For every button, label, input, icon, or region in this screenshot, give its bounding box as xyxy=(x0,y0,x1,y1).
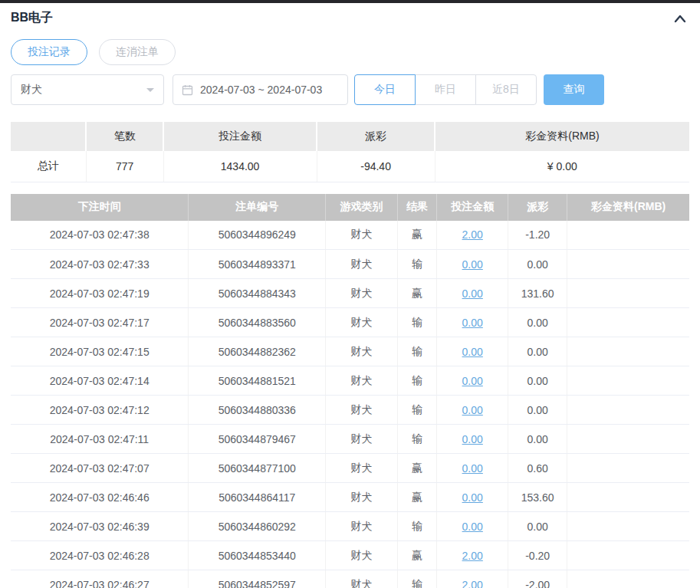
bet-amount-link[interactable]: 0.00 xyxy=(462,462,483,475)
bet-time-cell: 2024-07-03 02:47:12 xyxy=(11,396,189,425)
order-no-cell: 5060344896249 xyxy=(189,221,326,250)
bet-time-cell: 2024-07-03 02:47:17 xyxy=(11,308,189,337)
page-title: BB电子 xyxy=(11,10,53,26)
payout-cell: -1.20 xyxy=(508,221,567,250)
payout-cell: 0.00 xyxy=(508,366,567,396)
bet-amount-link[interactable]: 2.00 xyxy=(462,550,483,562)
table-row: 2024-07-03 02:47:145060344881521财犬输0.000… xyxy=(11,366,689,396)
bonus-cell xyxy=(567,512,689,541)
date-range-value: 2024-07-03 ~ 2024-07-03 xyxy=(200,84,322,96)
summary-header-bonus: 彩金资料(RMB) xyxy=(435,122,689,151)
calendar-icon xyxy=(182,84,193,96)
bet-time-cell: 2024-07-03 02:46:28 xyxy=(11,541,189,570)
result-cell: 输 xyxy=(397,512,436,541)
game-type-cell: 财犬 xyxy=(326,454,398,483)
bet-amount-link[interactable]: 0.00 xyxy=(462,375,483,387)
order-no-cell: 5060344880336 xyxy=(189,396,326,425)
bet-table: 下注时间 注单编号 游戏类别 结果 投注金额 派彩 彩金资料(RMB) 2024… xyxy=(11,194,689,588)
result-cell: 输 xyxy=(397,570,436,588)
bet-amount-link[interactable]: 2.00 xyxy=(462,579,483,588)
table-row: 2024-07-03 02:47:125060344880336财犬输0.000… xyxy=(11,396,689,425)
payout-cell: -0.20 xyxy=(508,541,567,570)
tab-bet-records[interactable]: 投注记录 xyxy=(11,39,87,65)
header-result: 结果 xyxy=(397,194,436,221)
payout-cell: 0.00 xyxy=(508,308,567,337)
header-bet-time: 下注时间 xyxy=(11,194,189,221)
bet-time-cell: 2024-07-03 02:47:11 xyxy=(11,425,189,454)
range-today-button[interactable]: 今日 xyxy=(354,74,416,105)
order-no-cell: 5060344864117 xyxy=(189,483,326,512)
bet-time-cell: 2024-07-03 02:47:19 xyxy=(11,279,189,308)
bet-amount-cell: 2.00 xyxy=(437,221,508,250)
bet-amount-link[interactable]: 2.00 xyxy=(462,228,483,241)
bonus-cell xyxy=(567,337,689,366)
game-type-cell: 财犬 xyxy=(326,541,398,570)
bet-amount-cell: 0.00 xyxy=(437,483,508,512)
record-tabs: 投注记录 连消注单 xyxy=(11,39,689,65)
order-no-cell: 5060344893371 xyxy=(189,250,326,279)
order-no-cell: 5060344883560 xyxy=(189,308,326,337)
order-no-cell: 5060344882362 xyxy=(189,337,326,366)
summary-header-bet-amount: 投注金额 xyxy=(163,122,317,151)
payout-cell: 0.00 xyxy=(508,337,567,366)
bet-time-cell: 2024-07-03 02:47:14 xyxy=(11,366,189,396)
table-row: 2024-07-03 02:47:385060344896249财犬赢2.00-… xyxy=(11,221,689,250)
summary-header-row: 笔数 投注金额 派彩 彩金资料(RMB) xyxy=(11,122,689,151)
bonus-cell xyxy=(567,366,689,396)
search-button[interactable]: 查询 xyxy=(544,74,604,105)
result-cell: 赢 xyxy=(397,541,436,570)
bonus-cell xyxy=(567,279,689,308)
result-cell: 输 xyxy=(397,396,436,425)
range-last8days-button[interactable]: 近8日 xyxy=(475,74,537,105)
payout-cell: 131.60 xyxy=(508,279,567,308)
bet-amount-link[interactable]: 0.00 xyxy=(462,491,483,504)
bet-amount-link[interactable]: 0.00 xyxy=(462,433,483,445)
game-type-cell: 财犬 xyxy=(326,396,398,425)
table-row: 2024-07-03 02:46:395060344860292财犬输0.000… xyxy=(11,512,689,541)
bet-amount-link[interactable]: 0.00 xyxy=(462,346,483,358)
game-type-cell: 财犬 xyxy=(326,570,398,588)
bet-time-cell: 2024-07-03 02:46:39 xyxy=(11,512,189,541)
bet-amount-cell: 0.00 xyxy=(437,337,508,366)
bet-amount-link[interactable]: 0.00 xyxy=(462,287,483,300)
bet-amount-cell: 0.00 xyxy=(437,396,508,425)
table-row: 2024-07-03 02:46:465060344864117财犬赢0.001… xyxy=(11,483,689,512)
order-no-cell: 5060344853440 xyxy=(189,541,326,570)
result-cell: 赢 xyxy=(397,483,436,512)
caret-down-icon xyxy=(146,88,154,96)
header-bonus: 彩金资料(RMB) xyxy=(567,194,689,221)
bonus-cell xyxy=(567,454,689,483)
game-type-cell: 财犬 xyxy=(326,279,398,308)
game-type-cell: 财犬 xyxy=(326,250,398,279)
range-yesterday-button[interactable]: 昨日 xyxy=(415,74,476,105)
order-no-cell: 5060344879467 xyxy=(189,425,326,454)
result-cell: 输 xyxy=(397,337,436,366)
summary-total-row: 总计 777 1434.00 -94.40 ¥ 0.00 xyxy=(11,151,689,182)
table-row: 2024-07-03 02:47:175060344883560财犬输0.000… xyxy=(11,308,689,337)
bet-amount-link[interactable]: 0.00 xyxy=(462,258,483,271)
summary-total-label: 总计 xyxy=(11,151,86,182)
table-row: 2024-07-03 02:46:275060344852597财犬输2.00-… xyxy=(11,570,689,588)
tab-cancelled-orders[interactable]: 连消注单 xyxy=(99,39,176,65)
bet-records-panel: BB电子 投注记录 连消注单 财犬 2024-07-03 ~ 2024-07-0… xyxy=(0,3,700,588)
payout-cell: 0.00 xyxy=(508,250,567,279)
header-game-type: 游戏类别 xyxy=(326,194,398,221)
table-row: 2024-07-03 02:47:075060344877100财犬赢0.000… xyxy=(11,454,689,483)
bonus-cell xyxy=(567,483,689,512)
bet-amount-link[interactable]: 0.00 xyxy=(462,317,483,329)
game-select[interactable]: 财犬 xyxy=(11,74,164,105)
game-type-cell: 财犬 xyxy=(326,366,398,396)
bet-amount-link[interactable]: 0.00 xyxy=(462,521,483,533)
result-cell: 赢 xyxy=(397,279,436,308)
bet-amount-cell: 0.00 xyxy=(437,250,508,279)
bet-amount-cell: 2.00 xyxy=(437,570,508,588)
payout-cell: 0.00 xyxy=(508,512,567,541)
game-select-value: 财犬 xyxy=(21,83,42,97)
result-cell: 赢 xyxy=(397,454,436,483)
bet-time-cell: 2024-07-03 02:46:46 xyxy=(11,483,189,512)
collapse-panel-button[interactable] xyxy=(671,11,689,26)
result-cell: 输 xyxy=(397,425,436,454)
date-range-input[interactable]: 2024-07-03 ~ 2024-07-03 xyxy=(173,74,348,105)
bet-amount-link[interactable]: 0.00 xyxy=(462,404,483,416)
quick-range-group: 今日 昨日 近8日 xyxy=(354,74,537,105)
